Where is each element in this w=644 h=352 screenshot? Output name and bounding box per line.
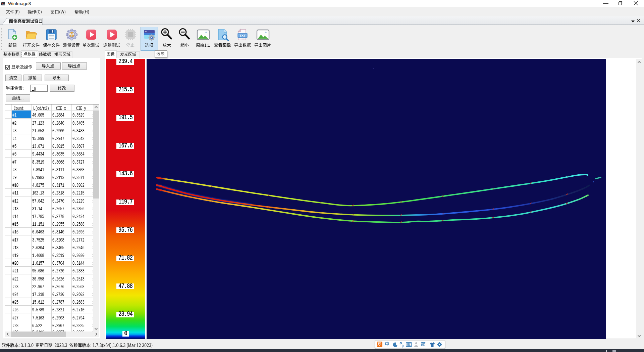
svg-text:TXT: TXT — [239, 34, 246, 37]
